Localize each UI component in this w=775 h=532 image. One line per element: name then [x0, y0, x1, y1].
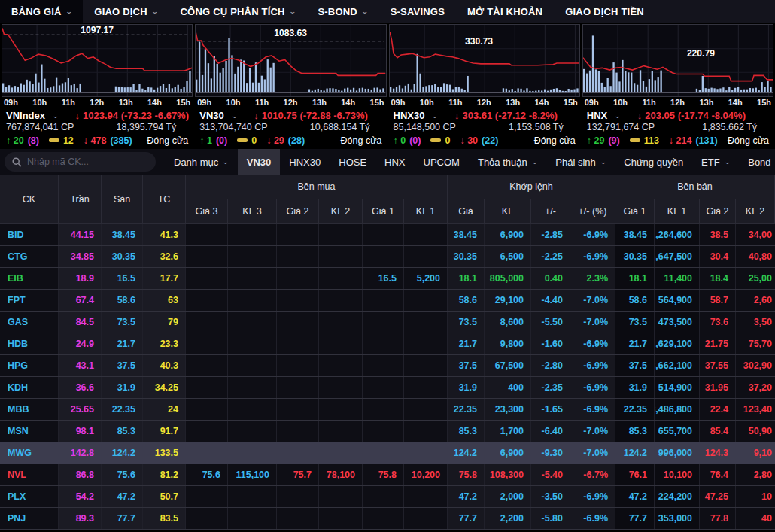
tab-upcom[interactable]: UPCOM — [415, 149, 469, 175]
matched-price-cell: 38.45 — [448, 224, 485, 245]
bid-vol-2-cell — [319, 355, 363, 376]
sub-header[interactable]: Giá — [448, 199, 485, 224]
bid-vol-1-cell — [404, 442, 448, 464]
table-row-kdh[interactable]: KDH36.631.934.2531.9400-2.35-6.9%31.9514… — [0, 377, 775, 399]
tab-chứng-quyền[interactable]: Chứng quyền — [615, 149, 692, 175]
nav-item-giao-dịch[interactable]: GIAO DỊCH ⌄ — [83, 0, 169, 23]
col-header-ck[interactable]: CK — [0, 175, 59, 224]
tab-phái-sinh[interactable]: Phái sinh ⌄ — [546, 149, 615, 175]
sub-header[interactable]: Giá 1 — [363, 199, 404, 224]
bid-vol-3-cell — [228, 290, 277, 311]
tab-etf[interactable]: ETF ⌄ — [692, 149, 739, 175]
tab-bond[interactable]: Bond — [739, 149, 775, 175]
ticker-cell[interactable]: PLX — [0, 486, 59, 507]
nav-item-công-cụ-phân-tích[interactable]: CÔNG CỤ PHÂN TÍCH ⌄ — [169, 0, 307, 23]
nav-item-giao-dịch-tiền[interactable]: GIAO DỊCH TIỀN — [554, 0, 655, 23]
ask-vol-1-cell: 8,486,800 — [655, 399, 700, 420]
table-row-mbb[interactable]: MBB25.6522.352422.3523,300-1.65-6.9%22.3… — [0, 399, 775, 421]
sub-header[interactable]: Giá 2 — [277, 199, 319, 224]
bid-price-1-cell — [363, 508, 404, 529]
table-row-eib[interactable]: EIB18.916.517.716.55,20018.1805,0000.402… — [0, 268, 775, 290]
ticker-cell[interactable]: EIB — [0, 268, 59, 289]
change-cell: -5.50 — [531, 312, 570, 333]
matched-vol-cell: 67,500 — [485, 355, 531, 376]
ticker-cell[interactable]: GAS — [0, 312, 59, 333]
nav-item-mở-tài-khoản[interactable]: MỞ TÀI KHOẢN — [456, 0, 554, 23]
chevron-down-icon[interactable]: ⌄ — [614, 112, 622, 120]
index-info: HNX30 ⌄ ↓303.61 (-27.12 -8.2%) 85,148,50… — [389, 108, 580, 147]
chevron-down-icon[interactable]: ⌄ — [431, 112, 439, 120]
nav-item-s-bond[interactable]: S-BOND ⌄ — [306, 0, 378, 23]
ticker-cell[interactable]: MSN — [0, 421, 59, 442]
ticker-cell[interactable]: PNJ — [0, 508, 59, 529]
sub-header[interactable]: Giá 1 — [615, 199, 655, 224]
nav-item-s-savings[interactable]: S-SAVINGS — [379, 0, 456, 23]
tab-hnx30[interactable]: HNX30 — [280, 149, 330, 175]
sub-header[interactable]: KL 3 — [228, 199, 277, 224]
floor-price-cell: 77.7 — [102, 508, 143, 529]
bid-price-1-cell — [363, 377, 404, 398]
tab-hnx[interactable]: HNX — [375, 149, 414, 175]
bid-vol-1-cell — [404, 355, 448, 376]
table-row-mwg[interactable]: MWG142.8124.2133.5124.26,900-9.30-7.0%12… — [0, 442, 775, 464]
col-header-san[interactable]: Sàn — [102, 175, 143, 224]
sub-header[interactable]: Giá 2 — [700, 199, 736, 224]
tab-danh-mục[interactable]: Danh mục ⌄ — [165, 149, 238, 175]
index-chart[interactable]: 1097.17 — [2, 24, 193, 97]
sub-header[interactable]: Giá 3 — [186, 199, 228, 224]
ticker-cell[interactable]: HPG — [0, 355, 59, 376]
decliners-count: ↓ 214 — [669, 135, 692, 146]
ticker-cell[interactable]: MBB — [0, 399, 59, 420]
time-tick: 15h — [757, 98, 771, 108]
nav-item-bảng-giá[interactable]: BẢNG GIÁ ⌄ — [0, 0, 83, 23]
tab-vn30[interactable]: VN30 — [238, 149, 281, 175]
index-info: VNIndex ⌄ ↓1023.94 (-73.23 -6.67%) 767,8… — [2, 108, 193, 147]
col-header-tc[interactable]: TC — [143, 175, 186, 224]
tab-hose[interactable]: HOSE — [330, 149, 375, 175]
table-row-fpt[interactable]: FPT67.458.66358.629,100-4.40-7.0%58.6564… — [0, 290, 775, 312]
chevron-down-icon[interactable]: ⌄ — [52, 112, 60, 120]
index-chart[interactable]: 220.79 — [582, 24, 773, 97]
tab-thỏa-thuận[interactable]: Thỏa thuận ⌄ — [469, 149, 546, 175]
bid-vol-3-cell — [228, 377, 277, 398]
table-row-bid[interactable]: BID44.1538.4541.338.456,900-2.85-6.9%38.… — [0, 224, 775, 246]
index-chart[interactable]: 1083.63 — [195, 24, 386, 97]
table-row-plx[interactable]: PLX54.247.250.747.22,000-3.50-6.9%47.222… — [0, 486, 775, 508]
ticker-cell[interactable]: MWG — [0, 442, 59, 464]
table-row-nvl[interactable]: NVL86.875.681.275.6115,10075.778,10075.8… — [0, 464, 775, 486]
ask-vol-1-cell: 1,264,600 — [655, 224, 700, 245]
index-name[interactable]: HNX30 — [394, 110, 425, 121]
index-name[interactable]: VNIndex — [6, 110, 45, 121]
table-row-hdb[interactable]: HDB24.921.723.321.79,800-1.60-6.9%21.72,… — [0, 333, 775, 355]
table-row-pnj[interactable]: PNJ89.377.783.577.72,200-5.80-6.9%77.735… — [0, 508, 775, 530]
time-tick: 09h — [585, 98, 599, 108]
sub-header[interactable]: +/- — [531, 199, 570, 224]
sub-header[interactable]: KL 2 — [319, 199, 363, 224]
sub-header[interactable]: KL 1 — [655, 199, 700, 224]
bid-price-2-cell — [277, 290, 319, 311]
ticker-cell[interactable]: HDB — [0, 333, 59, 354]
ticker-cell[interactable]: FPT — [0, 290, 59, 311]
search-box[interactable] — [5, 152, 156, 172]
table-row-ctg[interactable]: CTG34.8530.3532.630.356,500-2.25-6.9%30.… — [0, 246, 775, 268]
table-row-hpg[interactable]: HPG43.137.540.337.567,500-2.80-6.9%37.51… — [0, 355, 775, 377]
sub-header[interactable]: +/- (%) — [570, 199, 615, 224]
index-name[interactable]: HNX — [587, 110, 607, 121]
index-name[interactable]: VN30 — [199, 110, 224, 121]
search-input[interactable] — [27, 157, 148, 167]
sub-header[interactable]: KL 1 — [404, 199, 448, 224]
ticker-cell[interactable]: NVL — [0, 464, 59, 485]
bid-price-2-cell — [277, 355, 319, 376]
ticker-cell[interactable]: CTG — [0, 246, 59, 267]
sub-header[interactable]: KL 2 — [736, 199, 775, 224]
ticker-cell[interactable]: KDH — [0, 377, 59, 398]
ask-vol-2-cell: 9,10 — [736, 442, 775, 464]
matched-vol-cell: 6,500 — [485, 246, 531, 267]
chevron-down-icon[interactable]: ⌄ — [230, 112, 239, 120]
col-header-tran[interactable]: Trần — [59, 175, 102, 224]
table-row-gas[interactable]: GAS84.573.57973.58,600-5.50-7.0%73.5473,… — [0, 312, 775, 333]
index-chart[interactable]: 330.73 — [389, 24, 580, 97]
sub-header[interactable]: KL — [485, 199, 531, 224]
ticker-cell[interactable]: BID — [0, 224, 59, 245]
table-row-msn[interactable]: MSN98.185.391.785.31,700-6.40-7.0%85.365… — [0, 421, 775, 442]
